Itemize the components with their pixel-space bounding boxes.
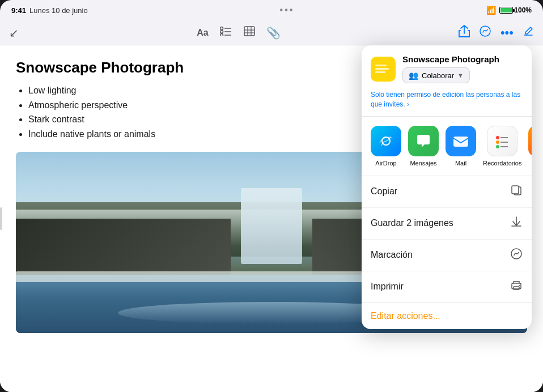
share-note-title: Snowscape Photograph <box>402 54 523 64</box>
copy-label: Copiar <box>371 186 397 197</box>
checklist-icon[interactable] <box>220 26 232 39</box>
more-options-icon[interactable]: ••• <box>500 25 514 40</box>
share-panel: Snowscape Photograph 👥 Colaborar ▼ Solo … <box>362 45 532 329</box>
main-content: Snowscape Photograph Low lighting Atmosp… <box>0 45 543 392</box>
edit-actions-label[interactable]: Editar acciones... <box>371 311 440 321</box>
print-action[interactable]: Imprimir <box>362 271 532 302</box>
battery-fill <box>500 8 512 12</box>
airdrop-icon <box>371 126 401 156</box>
share-permission-text: Solo tienen permiso de edición las perso… <box>371 90 523 109</box>
svg-rect-13 <box>453 137 468 147</box>
permission-link[interactable]: › <box>407 100 409 108</box>
chevron-down-icon: ▼ <box>457 72 464 79</box>
svg-point-17 <box>496 140 499 144</box>
collapse-icon[interactable]: ↙ <box>9 26 19 40</box>
markup-icon[interactable] <box>479 25 491 40</box>
svg-point-28 <box>519 285 520 286</box>
people-icon: 👥 <box>409 71 418 80</box>
edit-icon[interactable] <box>523 25 534 40</box>
sidebar-handle[interactable] <box>0 207 2 230</box>
markup-action-icon <box>510 248 523 263</box>
status-time: 9:41 <box>11 6 26 15</box>
share-app-airdrop[interactable]: AirDrop <box>371 126 401 167</box>
messages-icon <box>408 126 439 156</box>
save-images-label: Guardar 2 imágenes <box>371 218 453 228</box>
note-icon-line <box>375 68 389 70</box>
copy-action[interactable]: Copiar <box>362 176 532 208</box>
attach-icon[interactable]: 📎 <box>266 26 281 40</box>
toolbar-left: ↙ <box>9 26 19 40</box>
svg-point-11 <box>480 26 490 36</box>
reminders-icon <box>487 126 517 156</box>
share-actions: Copiar Guardar 2 imágenes <box>362 176 532 302</box>
print-label: Imprimir <box>371 282 404 292</box>
share-app-mail[interactable]: Mail <box>446 126 476 167</box>
share-app-reminders[interactable]: Recordatorios <box>483 126 521 167</box>
toolbar: ↙ Aa <box>0 20 543 45</box>
svg-point-15 <box>496 136 499 139</box>
collab-button-label: Colaborar <box>422 71 454 80</box>
save-images-icon <box>510 216 523 231</box>
edit-actions-section[interactable]: Editar acciones... <box>362 302 532 329</box>
freeform-icon <box>528 126 532 156</box>
toolbar-right: ••• <box>459 25 534 40</box>
share-app-messages[interactable]: Mensajes <box>408 126 439 167</box>
freeform-label: Freeform <box>531 160 532 167</box>
status-bar-left: 9:41 Lunes 10 de junio <box>11 6 88 15</box>
note-icon-lines <box>375 65 391 73</box>
share-apps-row: AirDrop Mensajes <box>362 117 532 176</box>
status-bar: 9:41 Lunes 10 de junio ••• 📶 100% <box>0 0 543 20</box>
ipad-frame: 9:41 Lunes 10 de junio ••• 📶 100% ↙ Aa <box>0 0 543 392</box>
battery-percent: 100% <box>514 6 532 14</box>
share-header-top: Snowscape Photograph 👥 Colaborar ▼ <box>371 54 523 83</box>
svg-point-0 <box>220 27 223 30</box>
battery-bar <box>499 7 513 14</box>
status-bar-right: 📶 100% <box>486 6 532 15</box>
status-date: Lunes 10 de junio <box>29 6 88 15</box>
note-icon-line <box>375 65 387 66</box>
print-icon <box>510 279 523 295</box>
svg-rect-27 <box>514 287 519 289</box>
share-icon[interactable] <box>459 25 470 40</box>
copy-icon <box>510 184 523 199</box>
airdrop-label: AirDrop <box>375 160 396 167</box>
share-note-info: Snowscape Photograph 👥 Colaborar ▼ <box>402 54 523 83</box>
status-bar-center: ••• <box>280 5 295 15</box>
svg-rect-6 <box>244 27 254 36</box>
note-icon-line <box>375 71 385 73</box>
markup-label: Marcación <box>371 250 413 260</box>
share-app-freeform[interactable]: Freeform <box>528 126 532 167</box>
waterfall <box>241 188 302 264</box>
wifi-icon: 📶 <box>486 6 496 15</box>
battery-indicator: 100% <box>499 6 532 14</box>
share-note-icon <box>371 57 396 82</box>
svg-rect-24 <box>512 186 519 194</box>
format-text-icon[interactable]: Aa <box>197 28 208 38</box>
svg-point-4 <box>220 34 223 37</box>
three-dots-icon: ••• <box>280 5 295 15</box>
mail-label: Mail <box>455 160 466 167</box>
collab-button[interactable]: 👥 Colaborar ▼ <box>402 67 470 83</box>
svg-point-19 <box>496 145 499 148</box>
messages-label: Mensajes <box>410 160 436 167</box>
toolbar-center: Aa 📎 <box>197 26 280 40</box>
mail-icon <box>446 126 476 156</box>
reminders-label: Recordatorios <box>483 160 521 167</box>
table-icon[interactable] <box>244 26 255 39</box>
share-header: Snowscape Photograph 👥 Colaborar ▼ Solo … <box>362 45 532 117</box>
save-images-action[interactable]: Guardar 2 imágenes <box>362 208 532 240</box>
markup-action[interactable]: Marcación <box>362 240 532 271</box>
svg-point-2 <box>220 31 223 33</box>
